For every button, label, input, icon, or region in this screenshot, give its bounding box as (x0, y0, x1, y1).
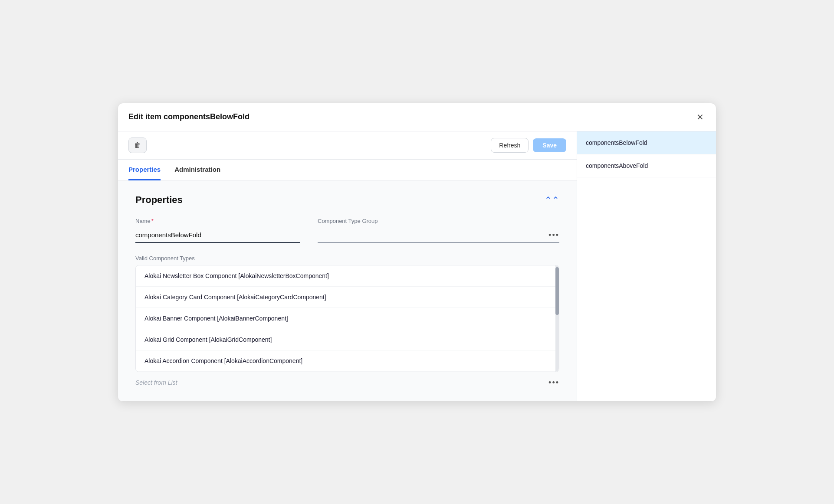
name-input[interactable] (135, 228, 300, 243)
dialog-title: Edit item componentsBelowFold (128, 112, 250, 121)
list-items-wrapper: Alokai Newsletter Box Component [AlokaiN… (135, 265, 559, 372)
list-item: Alokai Banner Component [AlokaiBannerCom… (136, 308, 559, 329)
section-title: Properties (135, 194, 183, 206)
dialog-header: Edit item componentsBelowFold ✕ (118, 103, 716, 131)
list-scrollbar[interactable] (555, 265, 559, 372)
valid-types-label: Valid Component Types (135, 255, 559, 262)
name-label: Name* (135, 218, 300, 224)
component-type-group-wrapper: ••• (318, 228, 559, 243)
refresh-button[interactable]: Refresh (491, 138, 529, 153)
name-input-wrapper (135, 228, 300, 243)
component-type-group-label: Component Type Group (318, 218, 559, 224)
list-item: Alokai Newsletter Box Component [AlokaiN… (136, 265, 559, 287)
toolbar: 🗑 Refresh Save (118, 131, 577, 160)
dialog-body: 🗑 Refresh Save Properties Administration (118, 131, 716, 401)
required-indicator: * (151, 218, 154, 224)
right-panel: componentsBelowFold componentsAboveFold (577, 131, 716, 401)
component-type-group-field: Component Type Group ••• (318, 218, 559, 243)
right-panel-item-below-fold[interactable]: componentsBelowFold (577, 131, 716, 154)
list-item: Alokai Grid Component [AlokaiGridCompone… (136, 329, 559, 350)
component-type-group-dots-button[interactable]: ••• (548, 231, 559, 240)
select-from-list-dots-button[interactable]: ••• (548, 378, 559, 387)
trash-icon: 🗑 (134, 141, 141, 149)
close-button[interactable]: ✕ (695, 111, 706, 123)
select-row: Select from List ••• (135, 378, 559, 387)
valid-component-types-section: Valid Component Types Alokai Newsletter … (135, 255, 559, 387)
section-header: Properties ⌃⌃ (135, 194, 559, 206)
component-types-list: Alokai Newsletter Box Component [AlokaiN… (135, 265, 559, 372)
list-scrollbar-thumb (555, 267, 559, 315)
list-item: Alokai Accordion Component [AlokaiAccord… (136, 350, 559, 372)
edit-dialog: Edit item componentsBelowFold ✕ 🗑 Refres… (118, 103, 716, 402)
list-item: Alokai Category Card Component [AlokaiCa… (136, 287, 559, 308)
tab-properties[interactable]: Properties (128, 160, 161, 180)
name-field-group: Name* (135, 218, 300, 243)
component-type-group-input[interactable] (318, 228, 559, 243)
main-panel: 🗑 Refresh Save Properties Administration (118, 131, 577, 401)
collapse-button[interactable]: ⌃⌃ (545, 195, 559, 205)
toolbar-right: Refresh Save (491, 138, 566, 153)
tabs: Properties Administration (118, 160, 577, 180)
tab-administration[interactable]: Administration (174, 160, 220, 180)
content-area: Properties ⌃⌃ Name* (118, 180, 577, 401)
form-row: Name* Component Type Group ••• (135, 218, 559, 243)
right-panel-item-above-fold[interactable]: componentsAboveFold (577, 154, 716, 177)
chevron-up-icon: ⌃⌃ (545, 195, 559, 205)
save-button[interactable]: Save (533, 138, 566, 152)
toolbar-left: 🗑 (128, 137, 147, 153)
delete-button[interactable]: 🗑 (128, 137, 147, 153)
select-from-list-placeholder: Select from List (135, 379, 177, 386)
